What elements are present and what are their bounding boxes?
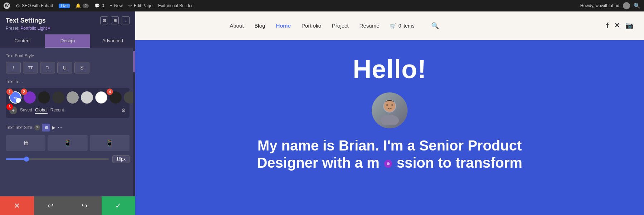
swatch-2-wrap: 2 — [24, 91, 36, 104]
tablet-icon: 📱 — [64, 139, 72, 147]
device-icon[interactable]: 🖥 — [42, 124, 50, 132]
minimize-icon[interactable]: ⊡ — [100, 16, 108, 24]
color-swatch-4[interactable] — [52, 91, 64, 104]
color-swatch-5[interactable] — [67, 91, 79, 104]
uppercase-button[interactable]: TT — [23, 62, 38, 73]
admin-bar-right: Howdy, wpwithfahad 🔍 — [580, 2, 640, 9]
preset-label: Preset: Portfolio Light ▾ — [6, 26, 130, 31]
nav-resume[interactable]: Resume — [360, 23, 380, 29]
tab-advanced[interactable]: Advanced — [90, 34, 135, 48]
expand-icon[interactable]: ⊞ — [111, 16, 119, 24]
font-style-section: Text Font Style I TT Tt U S — [6, 53, 130, 73]
global-tab[interactable]: Global — [35, 108, 48, 114]
save-button[interactable]: ✓ — [102, 196, 136, 215]
search-icon[interactable]: 🔍 — [634, 3, 640, 9]
edit-page-button[interactable]: ✏ Edit Page — [128, 3, 152, 8]
slider-thumb[interactable] — [24, 157, 29, 162]
tab-design[interactable]: Design — [45, 34, 90, 48]
slider-row: 16px — [6, 155, 130, 163]
capitalize-button[interactable]: Tt — [40, 62, 55, 73]
nav-portfolio[interactable]: Portfolio — [302, 23, 321, 29]
site-name-item[interactable]: ⚙ SEO with Fahad — [16, 3, 53, 9]
hero-section: Hello! My name is Brian. I' — [135, 40, 644, 215]
redo-button[interactable]: ↪ — [68, 196, 102, 215]
mobile-size-btn[interactable]: 📱 — [90, 135, 130, 151]
underline-button[interactable]: U — [57, 62, 72, 73]
svg-point-3 — [386, 104, 388, 106]
desktop-icon: 🖥 — [23, 139, 29, 147]
more-icon[interactable]: ⋯ — [58, 125, 63, 130]
slider-fill — [6, 158, 26, 160]
badge-3: 3 — [6, 104, 13, 110]
text-settings-panel: Text Settings ⊡ ⊞ ⋮ Preset: Portfolio Li… — [0, 11, 135, 215]
twitter-icon[interactable]: ✕ — [614, 22, 620, 30]
site-icon: ⚙ — [16, 3, 20, 9]
exit-builder-button[interactable]: Exit Visual Builder — [158, 3, 193, 8]
size-header-row: Text Text Size ? 🖥 ▶ ⋯ — [6, 124, 130, 132]
edit-page-label: Edit Page — [134, 3, 152, 8]
panel-title-row: Text Settings ⊡ ⊞ ⋮ — [6, 16, 130, 24]
svg-point-2 — [384, 100, 395, 112]
howdy-label: Howdy, wpwithfahad — [580, 3, 619, 8]
live-button[interactable]: Live — [59, 4, 69, 8]
color-swatch-3[interactable] — [38, 91, 50, 104]
pencil-overlay — [16, 98, 21, 103]
panel-header-icons: ⊡ ⊞ ⋮ — [100, 16, 130, 24]
new-button[interactable]: + New — [110, 3, 123, 8]
nav-blog[interactable]: Blog — [254, 23, 265, 29]
bottom-action-bar: ✕ ↩ ↪ ✓ — [0, 196, 135, 215]
wp-logo-icon: W — [4, 3, 10, 9]
italic-button[interactable]: I — [6, 62, 21, 73]
cancel-button[interactable]: ✕ — [0, 196, 34, 215]
comments-item[interactable]: 💬 0 — [94, 3, 104, 8]
purple-dot — [384, 160, 392, 168]
new-label: New — [114, 3, 123, 8]
exit-builder-label: Exit Visual Builder — [158, 3, 193, 8]
nav-links: About Blog Home Portfolio Project Resume… — [230, 22, 439, 30]
notifications-count: 2 — [83, 4, 89, 8]
strikethrough-button[interactable]: S — [74, 62, 89, 73]
size-label: Text Text Size — [6, 125, 32, 130]
hero-subtitle: My name is Brian. I'm a Senior Product D… — [246, 137, 533, 171]
nav-home[interactable]: Home — [276, 23, 291, 29]
color-settings-icon[interactable]: ⚙ — [121, 108, 126, 113]
avatar[interactable] — [623, 2, 630, 9]
color-swatch-7[interactable] — [95, 91, 107, 104]
device-sizes-row: 🖥 📱 📱 — [6, 135, 130, 151]
slider-value[interactable]: 16px — [112, 155, 130, 163]
subtitle-line2: Designer with a m ssion to transform — [257, 155, 522, 171]
hero-avatar — [372, 92, 408, 128]
nav-project[interactable]: Project — [332, 23, 349, 29]
wp-logo-button[interactable]: W — [4, 3, 10, 9]
saved-tab[interactable]: Saved — [20, 108, 32, 113]
panel-header: Text Settings ⊡ ⊞ ⋮ Preset: Portfolio Li… — [0, 11, 135, 34]
plus-icon: + — [110, 3, 112, 8]
tablet-size-btn[interactable]: 📱 — [48, 135, 87, 151]
instagram-icon[interactable]: 📷 — [625, 22, 633, 30]
bell-icon: 🔔 — [75, 3, 81, 8]
size-slider[interactable] — [6, 158, 109, 160]
color-tabs-row: 3 + Saved Global Recent ⚙ — [9, 106, 126, 114]
color-swatches-area: 1 ✏ 2 — [6, 88, 130, 118]
site-name-label: SEO with Fahad — [22, 3, 53, 8]
facebook-icon[interactable]: f — [606, 22, 609, 30]
color-swatch-6[interactable] — [81, 91, 93, 104]
tab-content[interactable]: Content — [0, 34, 45, 48]
recent-tab[interactable]: Recent — [50, 108, 64, 113]
badge-2: 2 — [21, 89, 27, 95]
undo-button[interactable]: ↩ — [34, 196, 68, 215]
nav-cart[interactable]: 🛒 0 items — [390, 23, 414, 29]
preset-name[interactable]: Portfolio Light ▾ — [20, 26, 50, 31]
arrow-right-icon[interactable]: ▶ — [52, 125, 55, 130]
panel-tabs: Content Design Advanced — [0, 34, 135, 48]
comments-label: 0 — [102, 3, 104, 8]
notifications-item[interactable]: 🔔 2 — [75, 3, 89, 8]
nav-about[interactable]: About — [230, 23, 244, 29]
add-color-wrap: 3 + — [9, 106, 17, 114]
help-icon[interactable]: ? — [34, 125, 40, 130]
nav-search-icon[interactable]: 🔍 — [431, 22, 439, 30]
desktop-size-btn[interactable]: 🖥 — [6, 135, 45, 151]
hero-title: Hello! — [353, 54, 426, 84]
swatch-8-wrap: 4 — [109, 91, 122, 104]
more-options-icon[interactable]: ⋮ — [122, 16, 130, 24]
